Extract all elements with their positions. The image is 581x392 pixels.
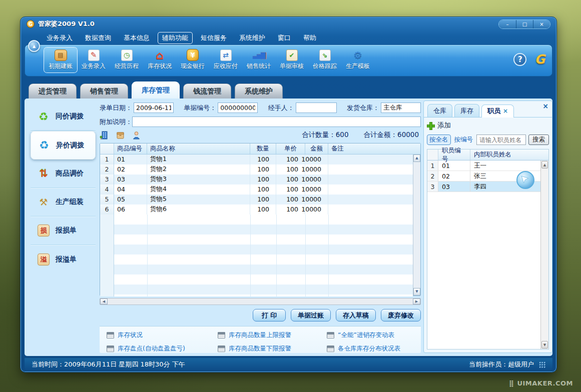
module-tab[interactable]: 钱流管理 — [183, 84, 231, 98]
search-by-code-toggle[interactable]: 按编号 — [453, 135, 474, 144]
menu-item[interactable]: 系统维护 — [235, 32, 269, 44]
toolbar-item-icon — [54, 49, 67, 61]
item-row[interactable]: 3 03 货物3 100 100 10000 — [100, 174, 413, 184]
report-icon — [218, 346, 225, 352]
items-horizontal-scrollbar[interactable]: ◀ ▶ — [100, 298, 421, 305]
note-field[interactable] — [132, 116, 421, 127]
col-header-code: 商品编号 — [114, 144, 147, 154]
document-panel: 录单日期： 单据编号： 经手人： 发货仓库： — [100, 102, 421, 353]
toolbar-item-icon — [252, 49, 265, 61]
sidebar-item[interactable]: 同价调拨 — [31, 102, 96, 131]
report-link[interactable]: 库存商品数量上限报警 — [218, 331, 327, 340]
item-row[interactable]: 5 05 货物5 100 100 10000 — [100, 194, 413, 204]
toolbar-item[interactable]: 价格跟踪 — [308, 48, 341, 72]
discard-changes-button[interactable]: 废弃修改 — [381, 309, 421, 322]
scroll-right-icon[interactable]: ▶ — [413, 298, 420, 304]
module-tab[interactable]: 系统维护 — [235, 84, 283, 98]
menu-item[interactable]: 业务录入 — [43, 32, 77, 44]
menu-item[interactable]: 短信服务 — [197, 32, 231, 44]
menu-item[interactable]: 基本信息 — [120, 32, 154, 44]
staff-icon[interactable] — [132, 130, 141, 140]
scroll-down-icon[interactable]: ▼ — [541, 341, 548, 348]
handler-field[interactable] — [296, 102, 337, 113]
resize-grip[interactable] — [539, 362, 545, 368]
brand-logo-icon: G — [534, 52, 545, 66]
search-button[interactable]: 搜索 — [528, 134, 549, 145]
sidebar-item[interactable]: 异价调拨 — [31, 131, 96, 160]
panel-close-icon[interactable]: × — [542, 102, 548, 110]
cursor-pointer-icon — [515, 170, 535, 190]
stock-box-icon[interactable] — [116, 130, 125, 140]
report-link[interactable]: 库存盘点(自动盘盈盘亏) — [107, 344, 218, 353]
menu-item[interactable]: 数据查询 — [81, 32, 115, 44]
toolbar-item-icon — [120, 49, 133, 61]
item-row[interactable]: 2 02 货物2 100 100 10000 — [100, 164, 413, 174]
tab-staff[interactable]: 职员 × — [481, 104, 514, 118]
add-staff-button[interactable]: 添加 — [427, 120, 549, 132]
tab-stock[interactable]: 库存 — [454, 104, 479, 117]
report-link[interactable]: 库存商品数量下限报警 — [218, 344, 327, 353]
item-row[interactable]: 4 04 货物4 100 100 10000 — [100, 184, 413, 194]
sidebar-item-icon — [37, 196, 50, 208]
tab-close-icon[interactable]: × — [503, 108, 508, 114]
save-draft-button[interactable]: 存入草稿 — [336, 309, 376, 322]
module-tab[interactable]: 销售管理 — [80, 84, 128, 98]
toolbar-item-label: 单据审核 — [275, 62, 308, 70]
sidebar-item[interactable]: 生产组装 — [31, 188, 96, 216]
staff-row[interactable]: 1 01 王一 — [427, 160, 540, 171]
toolbar-item[interactable]: 应收应付 — [209, 48, 242, 72]
help-icon[interactable]: ? — [513, 53, 526, 66]
toolbar-item[interactable]: 现金银行 — [176, 48, 209, 72]
report-link[interactable]: 各仓库库存分布状况表 — [327, 344, 419, 353]
sidebar-item-label: 生产组装 — [56, 198, 84, 206]
warehouse-label: 发货仓库： — [347, 104, 379, 112]
print-button[interactable]: 打 印 — [253, 309, 286, 322]
app-logo-icon: G — [27, 20, 35, 28]
search-by-name-toggle[interactable]: 按全名 — [427, 134, 451, 145]
menu-item[interactable]: 帮助 — [299, 32, 320, 44]
report-link[interactable]: “全能”进销存变动表 — [327, 331, 419, 340]
report-icon — [218, 332, 225, 338]
toolbar-item[interactable]: 经营历程 — [110, 48, 143, 72]
sidebar-item[interactable]: 报溢单 — [31, 245, 96, 274]
minimize-button[interactable]: – — [499, 20, 516, 28]
toolbar-item[interactable]: 库存状况 — [143, 48, 176, 72]
col-header-staff-code: 职员编号 — [438, 150, 470, 160]
module-tab[interactable]: 进货管理 — [29, 84, 77, 98]
warehouse-field[interactable] — [381, 102, 421, 113]
col-header-qty: 数量 — [250, 144, 276, 154]
date-field[interactable] — [134, 102, 174, 113]
sidebar-item[interactable]: 商品调价 — [31, 160, 96, 188]
col-header-staff-name: 内部职员姓名 — [470, 150, 548, 160]
report-link[interactable]: 库存状况 — [107, 331, 218, 340]
report-links: 库存状况 库存商品数量上限报警 “全能”进销存变动表 库存盘点(自动盘盈盘亏) … — [100, 326, 421, 353]
menu-item[interactable]: 辅助功能 — [158, 32, 192, 44]
toolbar-item[interactable]: 生产模板 — [341, 48, 374, 72]
staff-vertical-scrollbar[interactable]: ▲ ▼ — [540, 160, 548, 349]
sidebar-item[interactable]: 报损单 — [31, 216, 96, 245]
scroll-down-icon[interactable]: ▼ — [413, 288, 420, 296]
items-vertical-scrollbar[interactable]: ▲ ▼ — [413, 154, 420, 296]
post-document-button[interactable]: 单据过账 — [291, 309, 331, 322]
tab-warehouse[interactable]: 仓库 — [427, 104, 452, 117]
module-tab[interactable]: 库存管理 — [132, 82, 180, 98]
sidebar: 同价调拨 异价调拨 商品调价 生产组装 报损单 报溢单 — [31, 102, 96, 353]
total-amount: 合计金额：60000 — [364, 130, 419, 140]
maximize-button[interactable]: □ — [516, 20, 533, 28]
toolbar-item[interactable]: 业务录入 — [77, 48, 110, 72]
collapse-toolbar-button[interactable]: ▲ — [28, 40, 40, 52]
toolbar-item[interactable]: 单据审核 — [275, 48, 308, 72]
item-row[interactable]: 6 06 货物6 100 100 10000 — [100, 204, 413, 214]
scroll-up-icon[interactable]: ▲ — [413, 154, 420, 162]
close-button[interactable]: × — [533, 20, 550, 28]
staff-search-input[interactable] — [476, 134, 526, 145]
toolbar-item[interactable]: 销售统计 — [242, 48, 275, 72]
scroll-up-icon[interactable]: ▲ — [541, 161, 548, 168]
doc-number-field[interactable] — [218, 102, 258, 113]
scroll-left-icon[interactable]: ◀ — [100, 298, 108, 304]
sidebar-item-label: 异价调拨 — [56, 141, 84, 150]
item-row[interactable]: 1 01 货物1 100 100 10000 — [100, 154, 413, 164]
menu-item[interactable]: 窗口 — [274, 32, 295, 44]
toolbar-item[interactable]: 初期建账 — [44, 48, 77, 72]
warehouse-icon[interactable] — [100, 130, 109, 140]
